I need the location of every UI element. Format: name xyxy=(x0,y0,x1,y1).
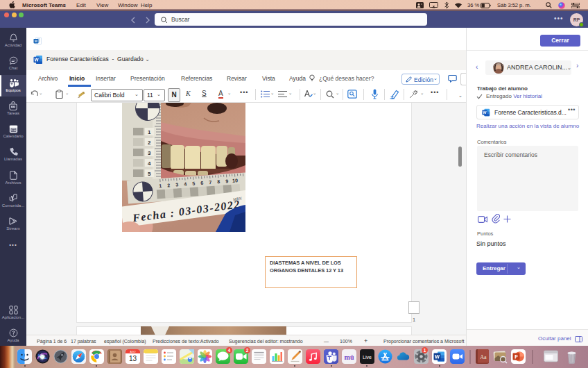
svg-text:5: 5 xyxy=(192,181,195,186)
svg-text:1: 1 xyxy=(148,129,151,135)
svg-text:3: 3 xyxy=(148,150,151,156)
svg-text:AGO: AGO xyxy=(130,351,136,353)
svg-text:4: 4 xyxy=(148,160,151,167)
svg-text:2: 2 xyxy=(167,183,170,187)
svg-text:mû: mû xyxy=(345,353,354,361)
svg-text:9: 9 xyxy=(225,178,228,183)
svg-text:7: 7 xyxy=(209,180,211,185)
svg-text:6: 6 xyxy=(200,181,203,185)
svg-text:Aa: Aa xyxy=(480,354,487,360)
svg-text:Live: Live xyxy=(363,355,372,360)
svg-text:3: 3 xyxy=(175,182,178,187)
svg-text:8: 8 xyxy=(217,179,220,184)
svg-text:13: 13 xyxy=(129,355,137,362)
svg-text:2: 2 xyxy=(148,140,151,146)
svg-text:1: 1 xyxy=(159,183,162,188)
svg-text:5: 5 xyxy=(148,171,151,177)
svg-text:4: 4 xyxy=(184,181,187,186)
svg-text:10: 10 xyxy=(232,178,238,183)
